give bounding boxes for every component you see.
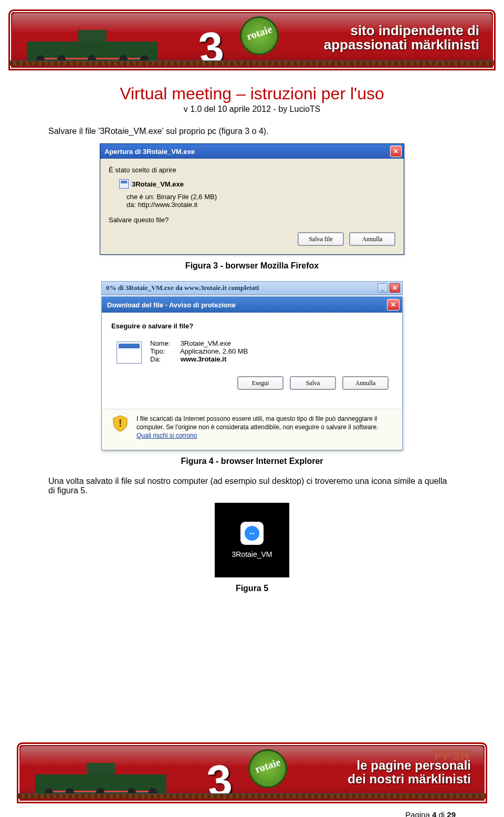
- header-banner: 3 rotaie sito indipendente di appassiona…: [8, 9, 496, 70]
- intro-text: Salvare il file '3Rotaie_VM.exe' sul pro…: [48, 127, 456, 136]
- close-icon[interactable]: ✕: [387, 299, 400, 311]
- locomotive-illustration: [35, 762, 166, 793]
- warning-text: I file scaricati da Internet possono ess…: [136, 415, 393, 440]
- footer-banner: 3 rotaie PP3R le pagine personali dei no…: [17, 742, 487, 803]
- dialog-question: Salvare questo file?: [109, 216, 395, 224]
- warning-shield-icon: !: [111, 415, 129, 432]
- ie-download-dialog: Download del file - Avviso di protezione…: [101, 296, 403, 450]
- page-title: Virtual meeting – istruzioni per l'uso: [48, 84, 456, 104]
- dialog-question: Eseguire o salvare il file?: [111, 322, 393, 330]
- file-icon: [119, 179, 129, 189]
- svg-text:!: !: [119, 417, 122, 429]
- cancel-button[interactable]: Annulla: [342, 376, 388, 390]
- page-subtitle: v 1.0 del 10 aprile 2012 - by LucioTS: [48, 105, 456, 114]
- save-button[interactable]: Salva: [290, 376, 336, 390]
- desktop-icon: ↔ 3Rotaie_VM: [215, 503, 289, 577]
- banner-tagline: sito indipendente di appassionati märkli…: [324, 24, 479, 53]
- paragraph-2: Una volta salvato il file sul nostro com…: [48, 477, 456, 495]
- progress-title: 0% di 3Rotaie_VM.exe da www.3rotaie.it c…: [106, 284, 259, 292]
- figure-5-caption: Figura 5: [48, 584, 456, 593]
- figure-4-caption: Figura 4 - browser Internet Explorer: [48, 457, 456, 466]
- page-number: Pagina 4 di 29: [405, 810, 456, 817]
- firefox-save-dialog: Apertura di 3Rotaie_VM.exe ✕ È stato sce…: [100, 143, 404, 255]
- filename-label: 3Rotaie_VM.exe: [132, 180, 184, 188]
- teamviewer-icon: ↔: [240, 522, 264, 545]
- icon-label: 3Rotaie_VM: [232, 550, 272, 559]
- figure-3-caption: Figura 3 - borwser Mozilla Firefox: [48, 261, 456, 271]
- save-file-button[interactable]: Salva file: [298, 232, 344, 246]
- ie-progress-window: 0% di 3Rotaie_VM.exe da www.3rotaie.it c…: [101, 281, 403, 295]
- run-button[interactable]: Esegui: [237, 376, 284, 390]
- cancel-button[interactable]: Annulla: [349, 232, 395, 246]
- locomotive-illustration: [27, 29, 158, 60]
- footer-tagline: le pagine personali dei nostri märklinis…: [348, 759, 471, 787]
- close-icon[interactable]: ✕: [390, 146, 402, 157]
- risks-link[interactable]: Quali rischi si corrono: [136, 432, 197, 439]
- close-icon[interactable]: ✕: [390, 283, 400, 293]
- application-icon: [117, 342, 142, 364]
- dialog-text: È stato scelto di aprire: [109, 166, 395, 174]
- minimize-icon[interactable]: _: [377, 283, 388, 293]
- dialog-title: Download del file - Avviso di protezione: [107, 301, 236, 309]
- dialog-title: Apertura di 3Rotaie_VM.exe: [104, 148, 195, 156]
